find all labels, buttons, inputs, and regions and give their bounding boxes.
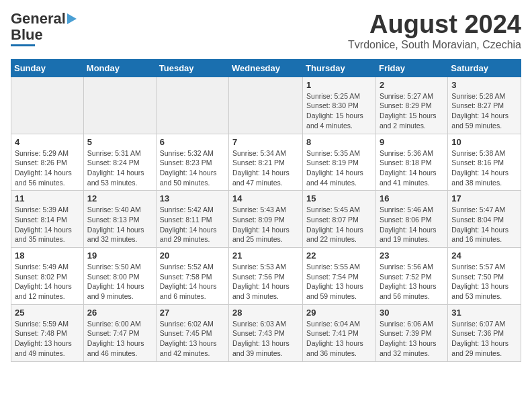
day-number: 16 — [380, 193, 444, 203]
day-detail: Sunrise: 5:38 AM Sunset: 8:16 PM Dayligh… — [451, 148, 517, 188]
day-detail: Sunrise: 5:25 AM Sunset: 8:30 PM Dayligh… — [306, 91, 372, 131]
calendar-cell: 6Sunrise: 5:32 AM Sunset: 8:23 PM Daylig… — [156, 134, 228, 191]
day-number: 10 — [451, 137, 517, 147]
day-number: 1 — [306, 80, 372, 90]
day-detail: Sunrise: 5:29 AM Sunset: 8:26 PM Dayligh… — [15, 148, 80, 188]
calendar-cell: 29Sunrise: 6:04 AM Sunset: 7:41 PM Dayli… — [303, 304, 376, 361]
calendar-cell: 12Sunrise: 5:40 AM Sunset: 8:13 PM Dayli… — [83, 191, 156, 248]
logo: General Blue — [11, 11, 77, 46]
day-detail: Sunrise: 5:45 AM Sunset: 8:07 PM Dayligh… — [306, 205, 372, 244]
calendar-cell: 21Sunrise: 5:53 AM Sunset: 7:56 PM Dayli… — [229, 248, 303, 305]
logo-general: General — [11, 11, 66, 27]
day-detail: Sunrise: 6:06 AM Sunset: 7:39 PM Dayligh… — [380, 319, 444, 359]
weekday-header-sunday: Sunday — [11, 59, 84, 77]
calendar-cell: 13Sunrise: 5:42 AM Sunset: 8:11 PM Dayli… — [156, 191, 228, 248]
header: General Blue August 2024 Tvrdonice, Sout… — [11, 11, 521, 51]
logo-arrow-icon — [67, 13, 77, 24]
day-number: 25 — [15, 308, 80, 318]
day-number: 21 — [232, 250, 299, 261]
logo-blue: Blue — [11, 27, 43, 43]
day-number: 5 — [87, 137, 152, 147]
day-detail: Sunrise: 6:00 AM Sunset: 7:47 PM Dayligh… — [87, 319, 152, 359]
day-detail: Sunrise: 5:53 AM Sunset: 7:56 PM Dayligh… — [232, 262, 299, 302]
calendar-cell: 23Sunrise: 5:56 AM Sunset: 7:52 PM Dayli… — [375, 248, 447, 305]
day-number: 8 — [306, 137, 372, 147]
day-number: 17 — [451, 193, 517, 203]
calendar-cell: 10Sunrise: 5:38 AM Sunset: 8:16 PM Dayli… — [448, 134, 521, 191]
weekday-header-saturday: Saturday — [448, 59, 521, 77]
day-detail: Sunrise: 5:56 AM Sunset: 7:52 PM Dayligh… — [380, 262, 444, 302]
day-number: 12 — [87, 193, 152, 203]
day-number: 14 — [232, 193, 299, 203]
day-detail: Sunrise: 6:04 AM Sunset: 7:41 PM Dayligh… — [306, 319, 372, 359]
calendar-cell: 7Sunrise: 5:34 AM Sunset: 8:21 PM Daylig… — [229, 134, 303, 191]
week-row-2: 4Sunrise: 5:29 AM Sunset: 8:26 PM Daylig… — [11, 134, 521, 191]
day-number: 31 — [451, 308, 517, 318]
weekday-header-tuesday: Tuesday — [156, 59, 228, 77]
calendar-cell — [11, 77, 84, 134]
day-detail: Sunrise: 5:43 AM Sunset: 8:09 PM Dayligh… — [232, 205, 299, 244]
day-number: 3 — [451, 80, 517, 90]
calendar-cell: 19Sunrise: 5:50 AM Sunset: 8:00 PM Dayli… — [83, 248, 156, 305]
day-detail: Sunrise: 5:55 AM Sunset: 7:54 PM Dayligh… — [306, 262, 372, 302]
calendar-cell: 8Sunrise: 5:35 AM Sunset: 8:19 PM Daylig… — [303, 134, 376, 191]
day-number: 24 — [451, 250, 517, 261]
calendar-cell: 9Sunrise: 5:36 AM Sunset: 8:18 PM Daylig… — [375, 134, 447, 191]
calendar-cell: 5Sunrise: 5:31 AM Sunset: 8:24 PM Daylig… — [83, 134, 156, 191]
weekday-header-wednesday: Wednesday — [229, 59, 303, 77]
day-number: 26 — [87, 308, 152, 318]
calendar-cell: 28Sunrise: 6:03 AM Sunset: 7:43 PM Dayli… — [229, 304, 303, 361]
week-row-5: 25Sunrise: 5:59 AM Sunset: 7:48 PM Dayli… — [11, 304, 521, 361]
calendar-cell: 18Sunrise: 5:49 AM Sunset: 8:02 PM Dayli… — [11, 248, 84, 305]
day-detail: Sunrise: 5:47 AM Sunset: 8:04 PM Dayligh… — [451, 205, 517, 244]
day-detail: Sunrise: 5:34 AM Sunset: 8:21 PM Dayligh… — [232, 148, 299, 188]
weekday-header-friday: Friday — [375, 59, 447, 77]
calendar-cell: 2Sunrise: 5:27 AM Sunset: 8:29 PM Daylig… — [375, 77, 447, 134]
day-detail: Sunrise: 5:50 AM Sunset: 8:00 PM Dayligh… — [87, 262, 152, 302]
weekday-header-thursday: Thursday — [303, 59, 376, 77]
day-detail: Sunrise: 5:35 AM Sunset: 8:19 PM Dayligh… — [306, 148, 372, 188]
week-row-1: 1Sunrise: 5:25 AM Sunset: 8:30 PM Daylig… — [11, 77, 521, 134]
day-number: 19 — [87, 250, 152, 261]
day-number: 22 — [306, 250, 372, 261]
day-detail: Sunrise: 6:07 AM Sunset: 7:36 PM Dayligh… — [451, 319, 517, 359]
calendar-cell: 24Sunrise: 5:57 AM Sunset: 7:50 PM Dayli… — [448, 248, 521, 305]
day-number: 9 — [380, 137, 444, 147]
day-detail: Sunrise: 5:31 AM Sunset: 8:24 PM Dayligh… — [87, 148, 152, 188]
calendar-subtitle: Tvrdonice, South Moravian, Czechia — [348, 39, 521, 51]
weekday-header-row: SundayMondayTuesdayWednesdayThursdayFrid… — [11, 59, 521, 77]
day-detail: Sunrise: 5:57 AM Sunset: 7:50 PM Dayligh… — [451, 262, 517, 302]
day-detail: Sunrise: 5:28 AM Sunset: 8:27 PM Dayligh… — [451, 91, 517, 131]
day-detail: Sunrise: 5:46 AM Sunset: 8:06 PM Dayligh… — [380, 205, 444, 244]
calendar-cell: 20Sunrise: 5:52 AM Sunset: 7:58 PM Dayli… — [156, 248, 228, 305]
title-section: August 2024 Tvrdonice, South Moravian, C… — [348, 11, 521, 51]
calendar-cell: 22Sunrise: 5:55 AM Sunset: 7:54 PM Dayli… — [303, 248, 376, 305]
day-detail: Sunrise: 5:42 AM Sunset: 8:11 PM Dayligh… — [160, 205, 225, 244]
calendar-cell: 14Sunrise: 5:43 AM Sunset: 8:09 PM Dayli… — [229, 191, 303, 248]
day-number: 27 — [160, 308, 225, 318]
day-number: 18 — [15, 250, 80, 261]
day-number: 4 — [15, 137, 80, 147]
week-row-3: 11Sunrise: 5:39 AM Sunset: 8:14 PM Dayli… — [11, 191, 521, 248]
day-number: 28 — [232, 308, 299, 318]
calendar-cell — [156, 77, 228, 134]
calendar-title: August 2024 — [348, 11, 521, 39]
day-number: 6 — [160, 137, 225, 147]
day-detail: Sunrise: 5:27 AM Sunset: 8:29 PM Dayligh… — [380, 91, 444, 131]
calendar-cell: 27Sunrise: 6:02 AM Sunset: 7:45 PM Dayli… — [156, 304, 228, 361]
day-detail: Sunrise: 5:52 AM Sunset: 7:58 PM Dayligh… — [160, 262, 225, 302]
day-detail: Sunrise: 6:02 AM Sunset: 7:45 PM Dayligh… — [160, 319, 225, 359]
weekday-header-monday: Monday — [83, 59, 156, 77]
day-number: 13 — [160, 193, 225, 203]
day-number: 11 — [15, 193, 80, 203]
calendar-cell: 31Sunrise: 6:07 AM Sunset: 7:36 PM Dayli… — [448, 304, 521, 361]
day-number: 15 — [306, 193, 372, 203]
day-number: 30 — [380, 308, 444, 318]
calendar-cell: 25Sunrise: 5:59 AM Sunset: 7:48 PM Dayli… — [11, 304, 84, 361]
calendar-cell: 16Sunrise: 5:46 AM Sunset: 8:06 PM Dayli… — [375, 191, 447, 248]
day-number: 29 — [306, 308, 372, 318]
day-detail: Sunrise: 5:36 AM Sunset: 8:18 PM Dayligh… — [380, 148, 444, 188]
day-detail: Sunrise: 5:49 AM Sunset: 8:02 PM Dayligh… — [15, 262, 80, 302]
day-detail: Sunrise: 5:32 AM Sunset: 8:23 PM Dayligh… — [160, 148, 225, 188]
day-number: 23 — [380, 250, 444, 261]
